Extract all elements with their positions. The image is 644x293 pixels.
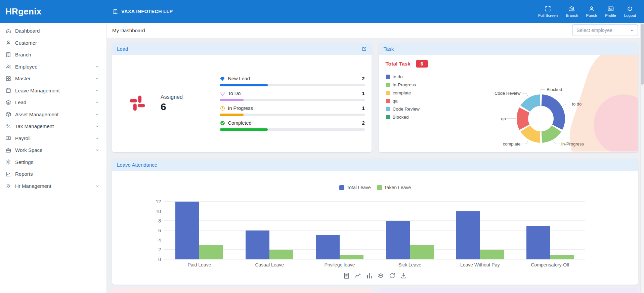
task-legend-code-review[interactable]: Code Review — [386, 107, 420, 112]
sidebar-item-label: Reports — [15, 171, 100, 177]
topbar-branch-button[interactable]: Branch — [566, 5, 578, 17]
bottom-cards-row — [112, 288, 638, 293]
task-legend-in-progress[interactable]: In-Progress — [386, 82, 420, 87]
bar-taken-leave-compensatory-off[interactable] — [550, 255, 574, 259]
sidebar-item-reports[interactable]: Reports — [0, 168, 106, 180]
sidebar-item-hr-management[interactable]: Hr Management — [0, 180, 106, 192]
total-task-label: Total Task — [386, 61, 411, 67]
legend-total-leave[interactable]: Total Leave — [339, 185, 371, 190]
user-icon — [5, 40, 11, 46]
stacked-chart-icon[interactable] — [377, 272, 384, 279]
idcard-icon — [607, 5, 614, 12]
sidebar-item-settings[interactable]: Settings — [0, 156, 106, 168]
leave-attendance-chart: 024681012 — [164, 202, 585, 259]
lead-card-title: Lead — [117, 46, 128, 52]
task-legend-to-do[interactable]: to do — [386, 74, 420, 79]
bar-chart-icon[interactable] — [366, 272, 373, 279]
donut-label-to-do: to do — [572, 101, 582, 107]
sidebar-item-lead[interactable]: Lead — [0, 96, 106, 109]
topbar-full-screen-button[interactable]: Full Screen — [538, 5, 558, 17]
topbar-profile-button[interactable]: Profile — [605, 5, 616, 17]
donut-label-line — [522, 93, 528, 97]
donut-slice-to-do[interactable] — [542, 94, 565, 130]
y-axis-tick: 10 — [156, 209, 161, 214]
legend-label: qa — [393, 98, 398, 103]
lead-status-label: In Progress — [228, 106, 253, 111]
donut-label-line — [541, 89, 545, 93]
sidebar-item-asset-management[interactable]: Asset Management — [0, 109, 106, 121]
restore-icon[interactable] — [389, 272, 396, 279]
donut-slice-qa[interactable] — [517, 108, 529, 130]
bar-total-leave-leave-without-pay[interactable] — [456, 211, 480, 259]
app: HRgenix VAXA INFOTECH LLP Full ScreenBra… — [0, 0, 644, 293]
task-legend-complate[interactable]: complate — [386, 90, 420, 95]
bank-icon — [568, 5, 575, 12]
topbar-logout-button[interactable]: Logout — [624, 5, 636, 17]
bar-taken-leave-leave-without-pay[interactable] — [480, 250, 504, 259]
bar-taken-leave-paid-leave[interactable] — [199, 245, 223, 259]
app-logo[interactable]: HRgenix — [0, 6, 107, 17]
check-circle-icon — [220, 120, 225, 126]
scrollbar[interactable] — [640, 23, 644, 293]
line-chart-icon[interactable] — [354, 272, 361, 279]
legend-swatch — [386, 91, 390, 95]
bar-total-leave-sick-leave[interactable] — [386, 221, 410, 259]
task-legend-blocked[interactable]: Blocked — [386, 115, 420, 120]
lead-status-label: To Do — [228, 91, 241, 96]
donut-slice-code-review[interactable] — [520, 94, 540, 112]
topbar-action-label: Profile — [605, 13, 616, 17]
sidebar-item-payroll[interactable]: Payroll — [0, 132, 106, 144]
calendar-icon — [5, 87, 11, 93]
donut-slice-in-progress[interactable] — [542, 125, 561, 143]
main-content: My Dashboard Select employee Lead — [107, 23, 644, 293]
download-icon[interactable] — [400, 272, 407, 279]
y-axis-tick: 8 — [158, 218, 161, 223]
chevron-down-icon — [95, 88, 100, 93]
x-axis-label: Privilege leave — [305, 262, 375, 267]
bar-group-sick-leave — [375, 202, 445, 259]
scrollbar-thumb[interactable] — [641, 24, 644, 85]
lead-row-completed: Completed2 — [220, 120, 365, 131]
bar-taken-leave-privilege-leave[interactable] — [340, 255, 363, 259]
bar-taken-leave-sick-leave[interactable] — [410, 245, 434, 259]
x-axis-label: Leave Without Pay — [445, 262, 515, 267]
legend-taken-leave[interactable]: Taken Leave — [377, 185, 411, 190]
topbar-punch-button[interactable]: Punch — [586, 5, 597, 17]
building-icon — [113, 9, 118, 14]
bar-total-leave-casual-leave[interactable] — [246, 231, 269, 259]
chevron-down-icon — [95, 76, 100, 81]
chevron-down-icon[interactable] — [629, 28, 635, 33]
task-legend-qa[interactable]: qa — [386, 98, 420, 103]
sidebar-item-work-space[interactable]: Work Space — [0, 144, 106, 156]
sidebar-item-branch[interactable]: Branch — [0, 49, 106, 61]
employee-select[interactable]: Select employee — [572, 25, 638, 36]
external-link-icon[interactable] — [361, 46, 367, 52]
data-view-icon[interactable] — [343, 272, 350, 279]
fullscreen-icon — [545, 5, 551, 12]
y-axis-tick: 4 — [158, 238, 161, 243]
task-legend: to doIn-ProgresscomplateqaCode ReviewBlo… — [386, 74, 420, 120]
y-axis-tick: 6 — [158, 228, 161, 233]
sidebar-item-leave-management[interactable]: Leave Management — [0, 85, 106, 97]
total-task-badge: 6 — [416, 60, 428, 68]
chevron-down-icon — [95, 112, 100, 117]
task-card-title: Task — [384, 46, 394, 52]
chevron-down-icon — [95, 183, 100, 189]
bar-total-leave-paid-leave[interactable] — [175, 202, 199, 259]
sidebar-item-label: Tax Management — [15, 123, 95, 129]
bar-total-leave-compensatory-off[interactable] — [526, 226, 550, 259]
donut-slice-complate[interactable] — [520, 125, 540, 143]
assigned-label: Assigned — [161, 94, 183, 100]
sidebar-item-customer[interactable]: Customer — [0, 37, 106, 49]
lead-progress-bar — [220, 84, 365, 86]
sidebar-item-master[interactable]: Master — [0, 73, 106, 85]
sidebar-item-dashboard[interactable]: Dashboard — [0, 25, 106, 37]
legend-label: Code Review — [393, 107, 420, 112]
sidebar-item-employee[interactable]: Employee — [0, 61, 106, 73]
bar-total-leave-privilege-leave[interactable] — [316, 235, 340, 259]
legend-swatch — [386, 107, 390, 111]
sidebar-item-tax-management[interactable]: Tax Management — [0, 120, 106, 132]
bar-group-paid-leave — [164, 202, 234, 259]
bar-taken-leave-casual-leave[interactable] — [269, 250, 293, 259]
bar-groups — [164, 202, 585, 259]
